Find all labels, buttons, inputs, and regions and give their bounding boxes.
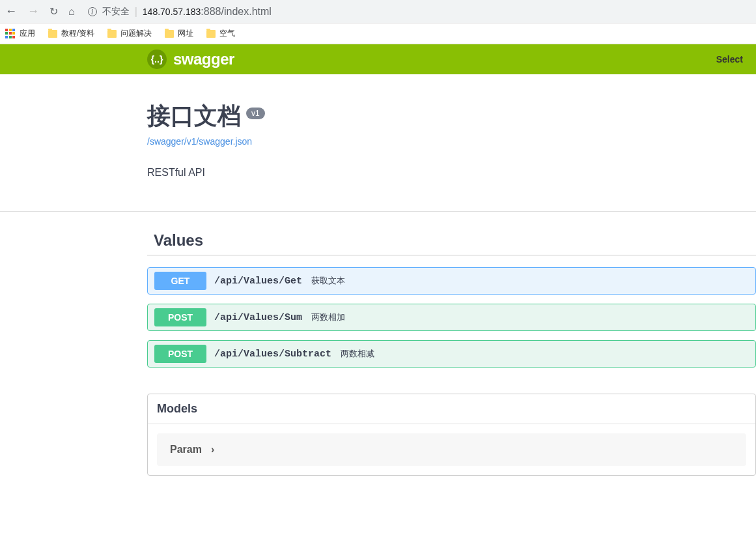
url-host: 148.70.57.183 [143,7,201,17]
model-item[interactable]: Param › [157,433,746,466]
method-badge: GET [154,272,206,290]
address-bar[interactable]: i 不安全 | 148.70.57.183:888/index.html [83,6,751,18]
method-badge: POST [154,345,206,363]
insecure-label: 不安全 [102,6,130,18]
spec-link[interactable]: /swagger/v1/swagger.json [147,136,252,147]
bookmark-folder[interactable]: 教程/资料 [48,28,94,39]
endpoint-row[interactable]: POST /api/Values/Subtract 两数相减 [147,340,756,368]
endpoint-path: /api/Values/Sum [214,312,302,323]
swagger-logo[interactable]: {..} swagger [147,50,234,69]
home-button[interactable]: ⌂ [68,6,75,18]
bookmark-label: 问题解决 [120,28,152,39]
api-title-row: 接口文档 v1 [147,100,756,132]
endpoint-description: 获取文本 [311,275,345,287]
swagger-brand-text: swagger [173,50,234,68]
bookmark-label: 教程/资料 [61,28,94,39]
select-spec-button[interactable]: Select [716,54,743,65]
section-divider [0,211,756,212]
endpoint-row[interactable]: GET /api/Values/Get 获取文本 [147,267,756,295]
bookmark-label: 空气 [219,28,235,39]
folder-icon [206,30,216,38]
api-title: 接口文档 [147,100,241,132]
models-header[interactable]: Models [148,394,755,424]
endpoint-description: 两数相加 [311,311,345,323]
url-text: 148.70.57.183:888/index.html [143,6,272,18]
bookmark-folder[interactable]: 空气 [206,28,235,39]
forward-button[interactable]: → [27,5,39,18]
chevron-right-icon: › [211,444,214,455]
bookmark-folder[interactable]: 问题解决 [107,28,152,39]
back-button[interactable]: ← [5,5,17,18]
swagger-header: {..} swagger Select [0,44,756,74]
model-name: Param [170,444,202,455]
bookmark-folder[interactable]: 网址 [165,28,193,39]
swagger-logo-icon: {..} [147,50,167,69]
refresh-button[interactable]: ↻ [49,5,58,18]
content-area: 接口文档 v1 /swagger/v1/swagger.json RESTful… [0,74,756,502]
endpoint-description: 两数相减 [341,348,374,360]
endpoint-row[interactable]: POST /api/Values/Sum 两数相加 [147,304,756,331]
url-divider: | [135,6,137,18]
apps-label: 应用 [20,28,35,39]
nav-icons: ← → ↻ ⌂ [5,5,75,18]
browser-toolbar: ← → ↻ ⌂ i 不安全 | 148.70.57.183:888/index.… [0,0,756,23]
apps-button[interactable]: 应用 [5,28,35,39]
section-title[interactable]: Values [147,231,756,250]
info-icon[interactable]: i [88,7,97,16]
models-container: Models Param › [147,394,756,476]
endpoint-path: /api/Values/Subtract [214,349,331,360]
method-badge: POST [154,308,206,326]
apps-icon [5,29,16,39]
version-badge: v1 [246,108,265,119]
folder-icon [48,30,57,38]
bookmark-label: 网址 [178,28,193,39]
url-path: /index.html [221,6,272,17]
folder-icon [107,30,117,38]
bookmarks-bar: 应用 教程/资料 问题解决 网址 空气 [0,23,756,44]
api-description: RESTful API [147,167,756,179]
folder-icon [165,30,174,38]
url-port: :888 [201,6,221,17]
endpoint-path: /api/Values/Get [214,276,302,287]
section-underline [147,255,756,255]
